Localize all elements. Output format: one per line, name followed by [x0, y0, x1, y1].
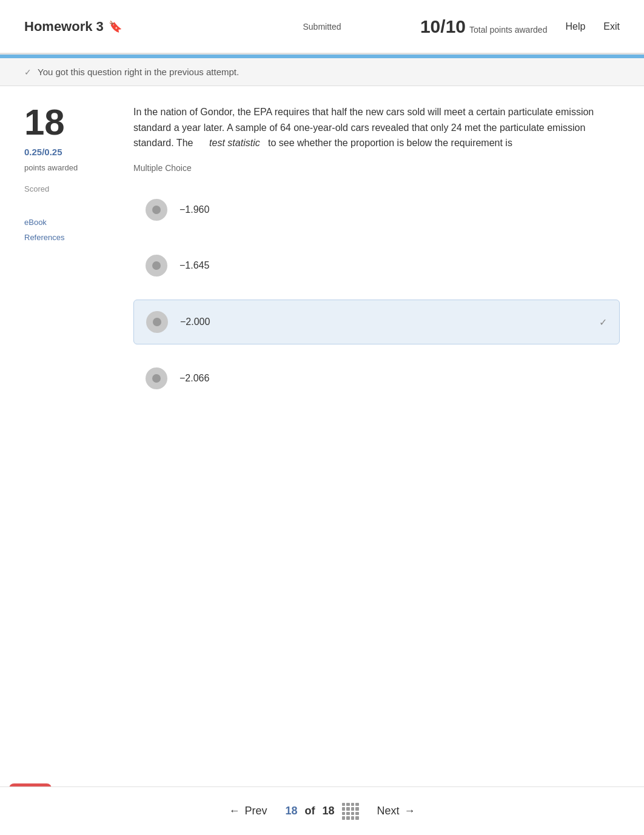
- points-awarded: 0.25/0.25: [24, 147, 62, 157]
- answer-option-2[interactable]: −1.645: [133, 244, 620, 287]
- prev-arrow-icon: ←: [229, 805, 240, 817]
- answer-text-4: −2.066: [179, 373, 209, 384]
- answer-text-3: −2.000: [180, 317, 210, 327]
- page-total: 18: [323, 805, 335, 817]
- total-points-label: Total points awarded: [469, 25, 547, 35]
- left-sidebar: 18 0.25/0.25 points awarded Scored eBook…: [24, 104, 109, 400]
- total-points-fraction: 10/10: [420, 16, 466, 37]
- main-content: 18 0.25/0.25 points awarded Scored eBook…: [0, 86, 644, 418]
- radio-circle-3: [146, 311, 168, 333]
- ebook-link[interactable]: eBook: [24, 218, 47, 227]
- answer-options: −1.960 −1.645 −2.000 ✓ −2.066: [133, 188, 620, 400]
- question-text-part2: to see whether the proportion is below t…: [268, 138, 512, 148]
- page-current: 18: [285, 805, 297, 817]
- radio-inner-1: [152, 206, 161, 214]
- answer-option-4[interactable]: −2.066: [133, 357, 620, 400]
- radio-inner-3: [153, 318, 161, 326]
- header-center: Submitted: [303, 22, 341, 32]
- question-text: In the nation of Gondor, the EPA require…: [133, 104, 620, 151]
- help-link[interactable]: Help: [565, 21, 585, 32]
- prev-attempt-text: You got this question right in the previ…: [38, 67, 239, 77]
- bookmark-icon[interactable]: 🔖: [109, 20, 122, 33]
- answer-text-1: −1.960: [179, 204, 209, 215]
- answer-option-1[interactable]: −1.960: [133, 188, 620, 232]
- prev-attempt-notice: ✓ You got this question right in the pre…: [0, 58, 644, 86]
- references-link[interactable]: References: [24, 233, 64, 242]
- correct-check-icon: ✓: [599, 316, 607, 327]
- answer-option-3[interactable]: −2.000 ✓: [133, 300, 620, 344]
- question-area: In the nation of Gondor, the EPA require…: [133, 104, 620, 400]
- submitted-label: Submitted: [303, 22, 341, 32]
- radio-inner-2: [152, 261, 161, 270]
- radio-circle-2: [146, 255, 167, 277]
- next-label: Next: [377, 805, 400, 817]
- grid-icon[interactable]: [342, 803, 359, 820]
- prev-button[interactable]: ← Prev: [229, 805, 267, 817]
- radio-inner-4: [152, 374, 161, 383]
- homework-title: Homework 3: [24, 19, 104, 35]
- total-points: 10/10 Total points awarded: [420, 16, 548, 37]
- next-arrow-icon: →: [404, 805, 415, 817]
- points-label: points awarded: [24, 163, 78, 172]
- header-right: 10/10 Total points awarded Help Exit: [420, 16, 620, 37]
- page-indicator: 18 of 18: [285, 803, 358, 820]
- exit-link[interactable]: Exit: [603, 21, 620, 32]
- question-number: 18: [24, 104, 65, 141]
- answer-text-2: −1.645: [179, 260, 209, 271]
- prev-label: Prev: [244, 805, 267, 817]
- radio-circle-4: [146, 367, 167, 389]
- check-icon-small: ✓: [24, 67, 32, 77]
- radio-circle-1: [146, 199, 167, 221]
- page-separator: of: [305, 805, 315, 817]
- header-title: Homework 3 🔖: [24, 19, 122, 35]
- question-type-label: Multiple Choice: [133, 163, 620, 173]
- header: Homework 3 🔖 Submitted 10/10 Total point…: [0, 0, 644, 55]
- scored-label: Scored: [24, 184, 49, 193]
- italic-term: test statistic: [209, 138, 260, 148]
- footer-navigation: ← Prev 18 of 18 Next →: [0, 786, 644, 835]
- next-button[interactable]: Next →: [377, 805, 415, 817]
